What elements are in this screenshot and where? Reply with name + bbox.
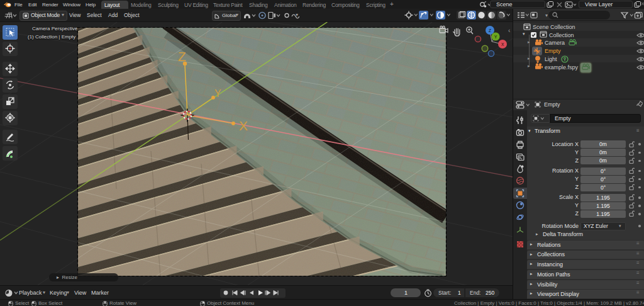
svg-text:‹: ‹ <box>508 27 510 34</box>
svg-text:Z: Z <box>178 49 186 64</box>
svg-text:X: X <box>239 118 248 133</box>
svg-text:X: X <box>501 42 504 47</box>
svg-text:Y: Y <box>494 35 497 39</box>
svg-text:Z: Z <box>489 28 491 33</box>
svg-text:Y: Y <box>214 88 221 99</box>
